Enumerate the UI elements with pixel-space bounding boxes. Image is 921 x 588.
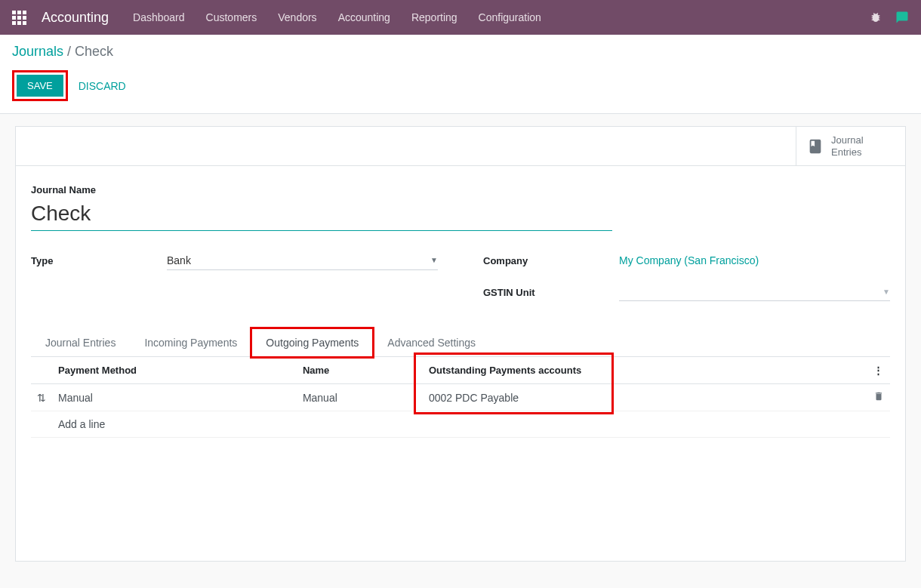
header-outstanding-account: Outstanding Payments accounts [423, 357, 867, 384]
main-nav: Dashboard Customers Vendors Accounting R… [133, 11, 541, 23]
gstin-select[interactable]: ▼ [619, 283, 890, 301]
breadcrumb-current: Check [75, 44, 113, 59]
tab-outgoing-payments[interactable]: Outgoing Payments [251, 328, 373, 357]
save-button[interactable]: SAVE [17, 75, 63, 97]
type-select[interactable]: Bank ▼ [167, 251, 438, 270]
nav-reporting[interactable]: Reporting [411, 11, 457, 23]
action-buttons: SAVE DISCARD [12, 70, 909, 101]
control-bar: Journals / Check SAVE DISCARD [0, 35, 921, 114]
header-payment-method: Payment Method [52, 357, 297, 384]
cell-method[interactable]: Manual [52, 384, 297, 411]
save-highlight-box: SAVE [12, 70, 68, 101]
tab-pane-outgoing: Payment Method Name Outstanding Payments… [31, 357, 890, 546]
chat-icon[interactable] [895, 11, 909, 24]
navbar-right [870, 11, 909, 24]
tabs: Journal Entries Incoming Payments Outgoi… [31, 328, 890, 357]
company-link[interactable]: My Company (San Francisco) [619, 254, 759, 266]
cell-account[interactable]: 0002 PDC Payable [423, 384, 867, 411]
breadcrumb-separator: / [67, 44, 75, 59]
bug-icon[interactable] [870, 11, 882, 23]
breadcrumb: Journals / Check [12, 44, 909, 60]
nav-vendors[interactable]: Vendors [278, 11, 316, 23]
drag-column [31, 357, 52, 384]
tab-incoming-payments[interactable]: Incoming Payments [130, 328, 251, 357]
header-name: Name [297, 357, 423, 384]
company-label: Company [483, 255, 619, 266]
stat-button-label: Journal Entries [831, 134, 895, 158]
gstin-label: GSTIN Unit [483, 287, 619, 298]
add-line-button[interactable]: Add a line [52, 411, 890, 438]
discard-button[interactable]: DISCARD [74, 74, 131, 98]
journal-name-label: Journal Name [31, 184, 890, 195]
delete-row-icon[interactable] [867, 384, 890, 411]
brand-title[interactable]: Accounting [42, 10, 109, 26]
form-sheet: Journal Entries Journal Name Type Bank ▼ [15, 126, 906, 562]
journal-name-input[interactable] [31, 199, 612, 231]
type-value: Bank [167, 254, 191, 266]
table-options-icon[interactable]: ⋮ [867, 357, 890, 384]
book-icon [807, 138, 824, 155]
type-label: Type [31, 255, 167, 266]
drag-handle-icon[interactable]: ⇅ [31, 384, 52, 411]
breadcrumb-parent[interactable]: Journals [12, 44, 63, 59]
table-row[interactable]: ⇅ Manual Manual 0002 PDC Payable [31, 384, 890, 411]
nav-dashboard[interactable]: Dashboard [133, 11, 185, 23]
stat-button-box: Journal Entries [16, 127, 905, 166]
chevron-down-icon: ▼ [882, 288, 890, 296]
tab-journal-entries[interactable]: Journal Entries [31, 328, 130, 357]
tab-advanced-settings[interactable]: Advanced Settings [373, 328, 490, 357]
chevron-down-icon: ▼ [430, 256, 438, 264]
nav-configuration[interactable]: Configuration [479, 11, 541, 23]
journal-entries-stat-button[interactable]: Journal Entries [796, 127, 905, 165]
top-navbar: Accounting Dashboard Customers Vendors A… [0, 0, 921, 35]
cell-name[interactable]: Manual [297, 384, 423, 411]
nav-accounting[interactable]: Accounting [338, 11, 390, 23]
apps-icon[interactable] [12, 11, 26, 25]
nav-customers[interactable]: Customers [206, 11, 257, 23]
payment-methods-table: Payment Method Name Outstanding Payments… [31, 357, 890, 438]
